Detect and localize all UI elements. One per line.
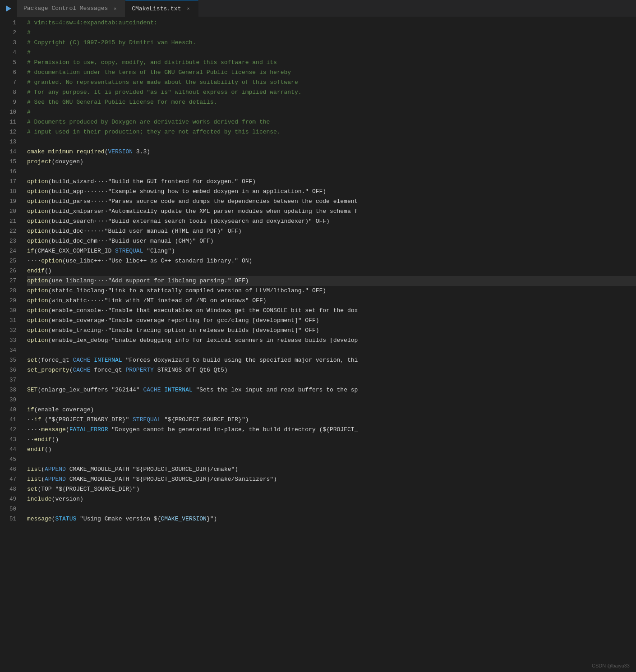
- code-line: option(build_app·······"Example showing …: [27, 187, 636, 197]
- tab-cmake[interactable]: CMakeLists.txt✕: [125, 0, 198, 17]
- code-line: option(enable_coverage·"Enable coverage …: [27, 316, 636, 326]
- code-line: endif(): [27, 266, 636, 276]
- token-fn: list: [27, 474, 41, 484]
- line-number: 35: [0, 355, 16, 365]
- token-macro: INTERNAL: [94, 355, 122, 365]
- token-plain: (: [52, 514, 55, 524]
- token-plain: 3.3): [133, 147, 150, 157]
- code-line: include(version): [27, 494, 636, 504]
- tab-label: CMakeLists.txt: [132, 5, 181, 12]
- token-fn: option: [27, 296, 48, 306]
- code-line: option(win_static·····"Link with /MT ins…: [27, 296, 636, 306]
- token-plain: (: [41, 474, 45, 484]
- code-content[interactable]: # vim:ts=4:sw=4:expandtab:autoindent:## …: [21, 17, 636, 672]
- token-plain: "Forces doxywizard to build using the sp…: [122, 355, 358, 365]
- token-fn: message: [41, 425, 66, 435]
- token-plain: ··: [27, 415, 34, 425]
- token-cm: # input used in their production; they a…: [27, 127, 281, 137]
- code-line: [27, 395, 636, 405]
- line-number: 33: [0, 336, 16, 345]
- token-plain: STRINGS OFF Qt6 Qt5): [154, 365, 228, 375]
- token-kw: APPEND: [45, 465, 66, 474]
- token-kw: APPEND: [45, 474, 66, 484]
- token-var: CMAKE_VERSION: [161, 514, 206, 524]
- line-number: 42: [0, 425, 16, 435]
- run-button[interactable]: [0, 0, 17, 17]
- code-line: set_property(CACHE force_qt PROPERTY STR…: [27, 365, 636, 375]
- code-line: #: [27, 48, 636, 58]
- token-fn: option: [27, 326, 48, 336]
- line-number: 15: [0, 157, 16, 167]
- token-plain: ("${PROJECT_BINARY_DIR}": [41, 415, 133, 425]
- tab-pkg-ctrl[interactable]: Package Control Messages✕: [17, 0, 125, 17]
- code-line: if(enable_coverage): [27, 405, 636, 415]
- code-line: list(APPEND CMAKE_MODULE_PATH "${PROJECT…: [27, 474, 636, 484]
- token-fn: endif: [27, 445, 45, 455]
- line-number: 28: [0, 286, 16, 296]
- token-kw: STREQUAL: [133, 415, 161, 425]
- token-plain: (TOP "${PROJECT_SOURCE_DIR}"): [37, 484, 139, 494]
- close-icon[interactable]: ✕: [111, 5, 119, 12]
- code-line: # Copyright (C) 1997-2015 by Dimitri van…: [27, 38, 636, 48]
- token-fn: option: [27, 286, 48, 296]
- line-number: 4: [0, 48, 16, 58]
- token-plain: (CMAKE_CXX_COMPILER_ID: [34, 246, 115, 256]
- token-plain: }"): [207, 514, 217, 524]
- line-number: 40: [0, 405, 16, 415]
- token-plain: CMAKE_MODULE_PATH "${PROJECT_SOURCE_DIR}…: [66, 465, 238, 474]
- line-number: 22: [0, 226, 16, 236]
- token-plain: (enable_console··"Enable that executable…: [48, 306, 358, 316]
- line-number: 26: [0, 266, 16, 276]
- token-fn: option: [27, 226, 48, 236]
- token-plain: (use_libclan: [48, 276, 91, 286]
- token-plain: (build_search····"Build external search …: [48, 216, 330, 226]
- code-line: [27, 137, 636, 147]
- token-plain: (force_qt: [37, 355, 73, 365]
- token-kw: CACHE: [143, 385, 161, 395]
- line-number: 31: [0, 316, 16, 326]
- token-fn: cmake_minimum_required: [27, 147, 105, 157]
- code-line: option(enable_tracing··"Enable tracing o…: [27, 326, 636, 336]
- token-cm: # documentation under the terms of the G…: [27, 68, 291, 78]
- token-plain: (): [52, 435, 59, 445]
- line-number: 30: [0, 306, 16, 316]
- code-line: set(force_qt CACHE INTERNAL "Forces doxy…: [27, 355, 636, 365]
- token-plain: ··: [27, 435, 34, 445]
- line-number: 44: [0, 445, 16, 455]
- line-number: 36: [0, 365, 16, 375]
- line-number: 49: [0, 494, 16, 504]
- token-fn: option: [27, 316, 48, 326]
- token-plain: force_qt: [90, 365, 125, 375]
- line-number: 18: [0, 187, 16, 197]
- token-cm: # See the GNU General Public License for…: [27, 97, 217, 107]
- line-number: 20: [0, 207, 16, 216]
- token-fn: option: [27, 187, 48, 197]
- token-plain: "${PROJECT_SOURCE_DIR}"): [161, 415, 249, 425]
- token-fn: set: [27, 484, 37, 494]
- code-line: option(build_doc_chm···"Build user manua…: [27, 236, 636, 246]
- token-plain: CMAKE_MODULE_PATH "${PROJECT_SOURCE_DIR}…: [66, 474, 277, 484]
- line-number: 13: [0, 137, 16, 147]
- watermark: CSDN @baiyu33: [592, 663, 630, 668]
- code-line: message(STATUS "Using Cmake version ${CM…: [27, 514, 636, 524]
- code-line: #: [27, 107, 636, 117]
- token-fn: endif: [27, 266, 45, 276]
- code-line: # granted. No representations are made a…: [27, 78, 636, 87]
- token-plain: (doxygen): [52, 157, 83, 167]
- token-plain: [161, 385, 164, 395]
- line-number: 17: [0, 177, 16, 187]
- line-number: 5: [0, 58, 16, 68]
- token-plain: (: [66, 425, 69, 435]
- token-fn: SET: [27, 385, 37, 395]
- close-icon[interactable]: ✕: [184, 5, 192, 12]
- token-fn: set: [27, 355, 37, 365]
- line-number: 25: [0, 256, 16, 266]
- line-number: 7: [0, 78, 16, 87]
- token-cm: # Documents produced by Doxygen are deri…: [27, 117, 270, 127]
- code-line: option(enable_lex_debug·"Enable debuggin…: [27, 336, 636, 345]
- line-number: 11: [0, 117, 16, 127]
- code-line: option(static_libclang·"Link to a static…: [27, 286, 636, 296]
- line-number: 47: [0, 474, 16, 484]
- token-plain: ····: [27, 425, 41, 435]
- token-plain: (): [45, 266, 52, 276]
